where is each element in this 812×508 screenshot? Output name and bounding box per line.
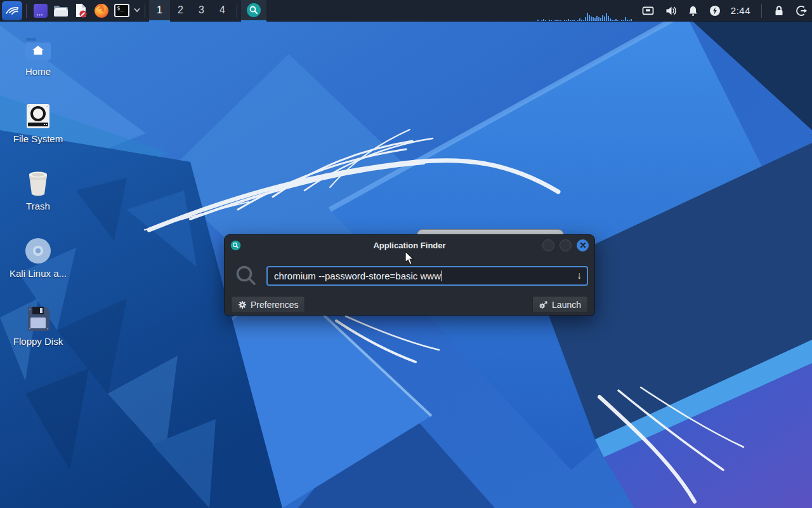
workspace-2[interactable]: 2 — [170, 0, 191, 22]
desktop-icon-label: Floppy Disk — [5, 336, 71, 347]
launch-button[interactable]: Launch — [532, 296, 588, 313]
close-icon — [580, 242, 586, 248]
close-button[interactable] — [577, 239, 589, 251]
floppy-disk-icon — [5, 304, 71, 333]
application-finder-icon — [246, 3, 261, 18]
workspace-4[interactable]: 4 — [212, 0, 233, 22]
text-caret — [442, 271, 442, 281]
search-input-value: chromium --password-store=basic www — [274, 271, 441, 281]
search-icon — [235, 264, 258, 287]
launcher-dropdown[interactable] — [133, 5, 141, 17]
desktop-icon-label: Kali Linux a... — [5, 268, 71, 279]
desktop-icon-floppy-disk[interactable]: Floppy Disk — [5, 304, 71, 347]
workspace-3[interactable]: 3 — [191, 0, 212, 22]
kali-menu-button[interactable] — [2, 1, 22, 20]
home-folder-icon — [5, 34, 71, 64]
maximize-button[interactable] — [560, 239, 572, 251]
terminal-icon: $_ — [114, 4, 129, 17]
hard-drive-icon — [5, 102, 71, 131]
taskbar-application-finder[interactable] — [241, 0, 266, 22]
minimize-button[interactable] — [542, 239, 554, 251]
workspace-1[interactable]: 1 — [149, 0, 170, 22]
chevron-down-icon — [133, 6, 141, 14]
firefox-icon — [93, 3, 110, 19]
launcher-file-manager[interactable] — [51, 1, 70, 21]
launcher-firefox[interactable] — [92, 1, 111, 21]
kali-logo-icon — [4, 3, 20, 18]
desktop-icon-home[interactable]: Home — [5, 34, 71, 77]
desktop-icon-file-system[interactable]: File System — [5, 102, 71, 144]
power-manager-icon[interactable] — [709, 4, 721, 17]
volume-icon[interactable] — [664, 4, 678, 17]
combo-dropdown-icon[interactable]: ↓ — [577, 270, 582, 281]
files-app-icon — [32, 3, 49, 19]
preferences-button[interactable]: Preferences — [231, 296, 305, 313]
application-finder-window: Application Finder chromium --password- — [224, 234, 595, 316]
desktop-icon-label: File System — [5, 133, 71, 144]
desktop-icon-label: Home — [5, 66, 71, 77]
cdrom-icon — [5, 236, 71, 265]
clock[interactable]: 2:44 — [731, 5, 750, 16]
launcher-files-app[interactable] — [31, 1, 50, 21]
window-app-icon — [230, 240, 241, 251]
file-manager-icon — [53, 3, 69, 19]
panel-separator — [761, 4, 762, 18]
text-editor-icon — [73, 3, 89, 19]
search-input[interactable]: chromium --password-store=basic www ↓ — [266, 266, 588, 286]
launcher-text-editor[interactable] — [72, 1, 91, 21]
trash-icon — [5, 169, 71, 198]
lock-icon[interactable] — [773, 4, 785, 17]
panel-separator — [145, 4, 145, 18]
network-icon[interactable] — [641, 4, 655, 17]
desktop-icon-label: Trash — [5, 201, 71, 211]
desktop-icon-trash[interactable]: Trash — [5, 169, 71, 211]
top-panel: $_ 1 2 3 4 — [0, 0, 812, 22]
panel-separator — [26, 4, 27, 18]
desktop: $_ 1 2 3 4 — [0, 0, 812, 508]
launcher-terminal[interactable]: $_ — [112, 1, 131, 21]
cpu-graph[interactable] — [537, 0, 632, 22]
logout-icon[interactable] — [795, 4, 808, 17]
gear-icon — [238, 300, 247, 309]
window-title: Application Finder — [225, 241, 594, 250]
launch-icon — [539, 300, 548, 309]
notification-bell-icon[interactable] — [687, 4, 699, 17]
panel-separator — [237, 4, 237, 18]
desktop-icon-kali-cd[interactable]: Kali Linux a... — [5, 236, 71, 279]
mouse-cursor — [404, 251, 417, 266]
